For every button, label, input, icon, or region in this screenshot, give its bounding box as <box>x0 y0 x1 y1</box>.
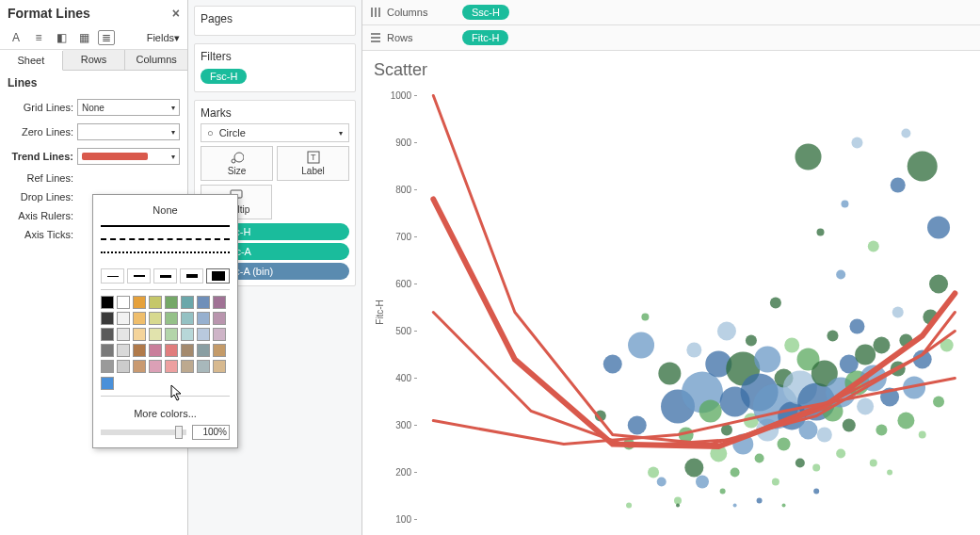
color-swatch-31[interactable] <box>213 344 226 357</box>
svg-point-108 <box>851 138 862 149</box>
fields-dropdown[interactable]: Fields ▾ <box>147 32 180 44</box>
columns-pill-ssc-h[interactable]: Ssc-H <box>462 5 509 20</box>
align-icon[interactable]: ≡ <box>30 30 47 45</box>
color-swatch-8[interactable] <box>101 312 114 325</box>
svg-point-60 <box>755 454 764 463</box>
rows-pill-fitc-h[interactable]: Fitc-H <box>462 30 508 45</box>
size-button[interactable]: Size <box>201 146 273 181</box>
svg-point-117 <box>841 201 848 208</box>
borders-icon[interactable]: ▦ <box>75 30 92 45</box>
color-swatch-35[interactable] <box>149 360 162 373</box>
color-swatch-36[interactable] <box>165 360 178 373</box>
trend-lines-select[interactable]: ▾ <box>77 148 180 165</box>
svg-point-79 <box>817 428 832 443</box>
color-swatch-16[interactable] <box>101 328 114 341</box>
svg-point-101 <box>919 431 926 439</box>
chart-title: Scatter <box>370 58 972 86</box>
color-swatch-26[interactable] <box>133 344 146 357</box>
color-swatch-6[interactable] <box>197 296 210 309</box>
color-swatch-5[interactable] <box>181 296 194 309</box>
svg-point-68 <box>778 438 791 451</box>
color-swatch-7[interactable] <box>213 296 226 309</box>
color-swatch-13[interactable] <box>181 312 194 325</box>
opacity-slider[interactable] <box>101 430 186 435</box>
color-swatch-23[interactable] <box>213 328 226 341</box>
color-swatch-1[interactable] <box>117 296 130 309</box>
svg-point-121 <box>782 504 786 508</box>
mark-type-select[interactable]: ○ Circle ▾ <box>201 123 349 142</box>
color-swatch-9[interactable] <box>117 312 130 325</box>
scatter-chart[interactable]: 1002003004005006007008009001000Fitc-H <box>370 86 972 535</box>
line-weight-3[interactable] <box>153 268 177 284</box>
line-style-popover: None More colors... 100% <box>92 194 238 448</box>
color-swatch-38[interactable] <box>197 360 210 373</box>
font-icon[interactable]: A <box>8 30 24 45</box>
color-swatch-33[interactable] <box>117 360 130 373</box>
color-swatch-18[interactable] <box>133 328 146 341</box>
svg-point-77 <box>812 464 820 472</box>
color-swatch-2[interactable] <box>133 296 146 309</box>
color-swatch-24[interactable] <box>101 344 114 357</box>
color-swatch-29[interactable] <box>181 344 194 357</box>
columns-shelf[interactable]: Columns Ssc-H <box>362 0 980 25</box>
color-swatch-39[interactable] <box>213 360 226 373</box>
tab-sheet[interactable]: Sheet <box>0 51 63 71</box>
svg-point-120 <box>813 489 819 494</box>
svg-text:Fitc-H: Fitc-H <box>375 300 385 325</box>
close-icon[interactable]: × <box>172 6 180 21</box>
line-weight-2[interactable] <box>127 268 151 284</box>
color-swatch-30[interactable] <box>197 344 210 357</box>
line-solid-option[interactable] <box>101 225 230 236</box>
color-swatch-21[interactable] <box>181 328 194 341</box>
color-swatch-37[interactable] <box>181 360 194 373</box>
svg-text:900: 900 <box>395 138 411 148</box>
grid-lines-select[interactable]: None▾ <box>77 99 180 116</box>
more-colors-button[interactable]: More colors... <box>101 402 230 425</box>
columns-icon <box>370 7 381 18</box>
line-dashed-option[interactable] <box>101 238 230 250</box>
svg-point-39 <box>674 497 682 505</box>
tab-rows[interactable]: Rows <box>63 50 126 70</box>
line-dotted-option[interactable] <box>101 251 230 263</box>
rows-shelf[interactable]: Rows Fitc-H <box>362 25 980 51</box>
color-swatch-28[interactable] <box>165 344 178 357</box>
zero-lines-select[interactable]: ▾ <box>77 123 180 140</box>
color-swatch-25[interactable] <box>117 344 130 357</box>
svg-point-66 <box>772 478 779 486</box>
color-swatch-32[interactable] <box>101 360 114 373</box>
color-swatch-10[interactable] <box>133 312 146 325</box>
line-weight-1[interactable] <box>101 268 124 284</box>
svg-point-63 <box>754 347 780 373</box>
color-swatch-17[interactable] <box>117 328 130 341</box>
line-weight-4[interactable] <box>180 268 203 284</box>
color-swatch-0[interactable] <box>101 296 114 309</box>
color-swatch-34[interactable] <box>133 360 146 373</box>
color-swatch-12[interactable] <box>165 312 178 325</box>
color-swatch-20[interactable] <box>165 328 178 341</box>
color-swatch-27[interactable] <box>149 344 162 357</box>
svg-text:600: 600 <box>395 279 411 289</box>
tab-columns[interactable]: Columns <box>125 50 187 70</box>
marks-title: Marks <box>201 106 349 123</box>
color-swatch-3[interactable] <box>149 296 162 309</box>
svg-point-72 <box>795 459 805 468</box>
color-swatch-11[interactable] <box>149 312 162 325</box>
svg-point-113 <box>836 270 845 280</box>
color-swatch-22[interactable] <box>197 328 210 341</box>
line-none-option[interactable]: None <box>101 203 230 223</box>
color-swatch-4[interactable] <box>165 296 178 309</box>
color-swatch-14[interactable] <box>197 312 210 325</box>
filter-pill-fsc-h[interactable]: Fsc-H <box>201 69 247 84</box>
color-swatch-19[interactable] <box>149 328 162 341</box>
svg-point-44 <box>686 343 701 358</box>
line-weight-5[interactable] <box>206 268 230 284</box>
svg-point-107 <box>795 144 822 170</box>
format-toolbar: A ≡ ◧ ▦ ≣ Fields ▾ <box>0 26 187 50</box>
label-icon: T <box>307 151 320 164</box>
lines-icon[interactable]: ≣ <box>98 30 115 45</box>
color-swatch-15[interactable] <box>213 312 226 325</box>
selected-color-swatch[interactable] <box>101 377 114 390</box>
shading-icon[interactable]: ◧ <box>53 30 70 45</box>
label-button[interactable]: T Label <box>277 146 349 181</box>
opacity-value[interactable]: 100% <box>192 425 230 440</box>
